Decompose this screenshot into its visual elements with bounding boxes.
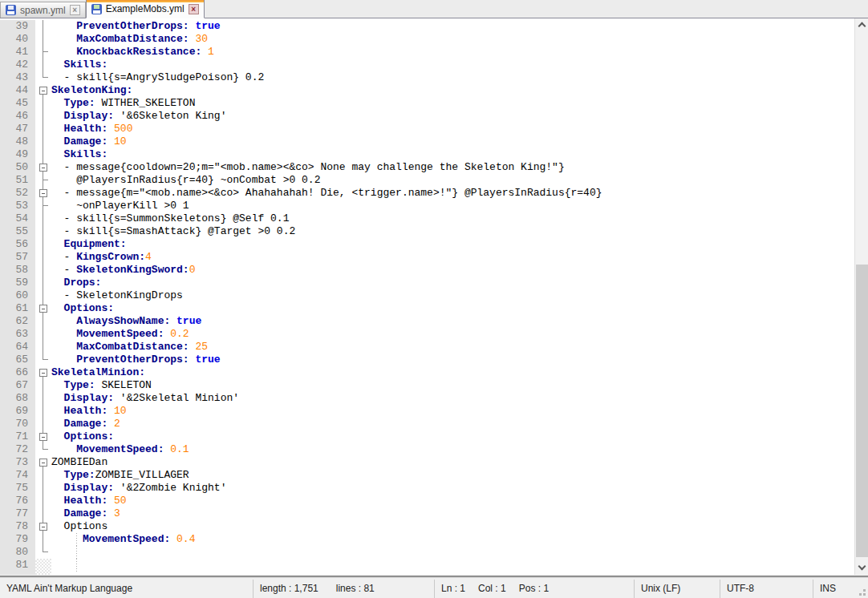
fold-margin-marker: [35, 33, 51, 46]
code-text: Display: '&6Skeleton King': [51, 110, 226, 123]
line-number: 71: [0, 430, 35, 443]
fold-margin-marker: [35, 238, 51, 251]
code-line: 74 Type:ZOMBIE_VILLAGER: [0, 469, 868, 482]
line-number: 51: [0, 174, 35, 187]
line-number: 39: [0, 20, 35, 33]
code-line: 49 Skills:: [0, 148, 868, 161]
scrollbar-thumb[interactable]: [856, 265, 868, 557]
saved-file-floppy-icon: [6, 5, 16, 15]
code-line: 43 - skill{s=AngrySludgePoison} 0.2: [0, 71, 868, 84]
code-text: Health: 500: [51, 123, 132, 135]
line-number: 55: [0, 225, 35, 238]
scroll-up-arrow[interactable]: [855, 18, 868, 32]
chevron-up-icon: [858, 22, 866, 30]
fold-margin-marker[interactable]: [35, 520, 51, 533]
status-ln: Ln : 1: [441, 583, 465, 594]
line-number: 75: [0, 482, 35, 495]
margin-end-filler: [0, 572, 868, 575]
code-line: 63 MovementSpeed: 0.2: [0, 328, 868, 341]
code-line: 68 Display: '&2Skeletal Minion': [0, 392, 868, 405]
code-line: 73ZOMBIEDan: [0, 456, 868, 469]
code-text: Drops:: [51, 277, 101, 289]
line-number: 70: [0, 418, 35, 430]
line-number: 45: [0, 97, 35, 110]
code-text: MovementSpeed: 0.1: [51, 443, 189, 456]
tab-spawn-yml[interactable]: spawn.yml ×: [0, 2, 86, 18]
fold-margin-marker: [35, 392, 51, 405]
line-number: 54: [0, 212, 35, 225]
code-text: - skill{s=SmashAttack} @Target >0 0.2: [51, 225, 295, 238]
fold-margin-marker: [35, 174, 51, 187]
code-line: 75 Display: '&2Zombie Knight': [0, 482, 868, 495]
line-number: 47: [0, 123, 35, 135]
chevron-down-icon: [858, 563, 866, 571]
fold-margin-marker: [35, 97, 51, 110]
fold-margin-marker[interactable]: [35, 187, 51, 200]
fold-margin-marker: [35, 443, 51, 456]
code-text: Type:ZOMBIE_VILLAGER: [51, 469, 189, 482]
code-text: ~onPlayerKill >0 1: [51, 200, 189, 212]
fold-margin-marker[interactable]: [35, 161, 51, 174]
line-number: 78: [0, 520, 35, 533]
code-text: - message{cooldown=20;m="<mob.name><&co>…: [51, 161, 565, 174]
fold-margin-marker[interactable]: [35, 302, 51, 315]
line-number: 58: [0, 264, 35, 277]
notepad-window: spawn.yml × ExampleMobs.yml × 39 Prevent…: [0, 0, 868, 598]
status-bar: YAML Ain't Markup Language length : 1,75…: [0, 580, 868, 598]
fold-margin-marker[interactable]: [35, 456, 51, 469]
code-line: 61 Options:: [0, 302, 868, 315]
line-number: 52: [0, 187, 35, 200]
vertical-scrollbar[interactable]: [854, 18, 868, 575]
line-number: 62: [0, 315, 35, 328]
line-number: 79: [0, 533, 35, 546]
status-lines: lines : 81: [336, 583, 375, 594]
line-number: 42: [0, 59, 35, 71]
status-encoding[interactable]: UTF-8: [720, 580, 813, 598]
code-text: MaxCombatDistance: 30: [51, 33, 208, 46]
code-line: 80: [0, 546, 868, 559]
fold-margin-marker: [35, 418, 51, 430]
line-number: 69: [0, 405, 35, 418]
resize-grip-icon[interactable]: [863, 593, 866, 596]
code-text: SkeletalMinion:: [51, 366, 145, 379]
status-insert-mode[interactable]: INS: [813, 580, 868, 598]
code-text: KnockbackResistance: 1: [51, 46, 214, 59]
code-rows: 39 PreventOtherDrops: true40 MaxCombatDi…: [0, 18, 868, 572]
margin-checker-pattern: [35, 572, 51, 575]
code-line: 44SkeletonKing:: [0, 84, 868, 97]
indent-guide: [76, 559, 77, 572]
line-number: 81: [0, 559, 35, 572]
code-line: 57 - KingsCrown:4: [0, 251, 868, 264]
fold-margin-marker[interactable]: [35, 84, 51, 97]
close-tab-icon[interactable]: ×: [70, 5, 80, 15]
code-line: 71 Options:: [0, 430, 868, 443]
line-number: 60: [0, 289, 35, 302]
fold-margin-marker: [35, 264, 51, 277]
fold-margin-marker: [35, 341, 51, 354]
code-line: 70 Damage: 2: [0, 418, 868, 430]
tab-examplemobs-yml[interactable]: ExampleMobs.yml ×: [86, 0, 205, 18]
fold-margin-marker[interactable]: [35, 430, 51, 443]
fold-margin-marker: [35, 469, 51, 482]
scroll-down-arrow[interactable]: [855, 561, 868, 575]
status-eol-format[interactable]: Unix (LF): [634, 580, 720, 598]
code-line: 59 Drops:: [0, 277, 868, 289]
fold-margin-marker: [35, 354, 51, 366]
code-text: - message{m="<mob.name><&co> Ahahahahah!…: [51, 187, 602, 200]
code-text: ZOMBIEDan: [51, 456, 107, 469]
fold-margin-marker[interactable]: [35, 366, 51, 379]
indent-guide: [76, 533, 77, 546]
code-text: MovementSpeed: 0.2: [51, 328, 189, 341]
line-number: 67: [0, 379, 35, 392]
code-line: 79 MovementSpeed: 0.4: [0, 533, 868, 546]
code-line: 67 Type: SKELETON: [0, 379, 868, 392]
line-number: 61: [0, 302, 35, 315]
fold-margin-marker: [35, 200, 51, 212]
close-tab-icon[interactable]: ×: [189, 4, 199, 14]
saved-file-floppy-icon: [91, 4, 102, 14]
fold-margin-marker: [35, 533, 51, 546]
line-number: 64: [0, 341, 35, 354]
code-line: 58 - SkeletonKingSword:0: [0, 264, 868, 277]
editor-pane[interactable]: 39 PreventOtherDrops: true40 MaxCombatDi…: [0, 18, 868, 575]
status-doc-type: YAML Ain't Markup Language: [0, 580, 253, 598]
